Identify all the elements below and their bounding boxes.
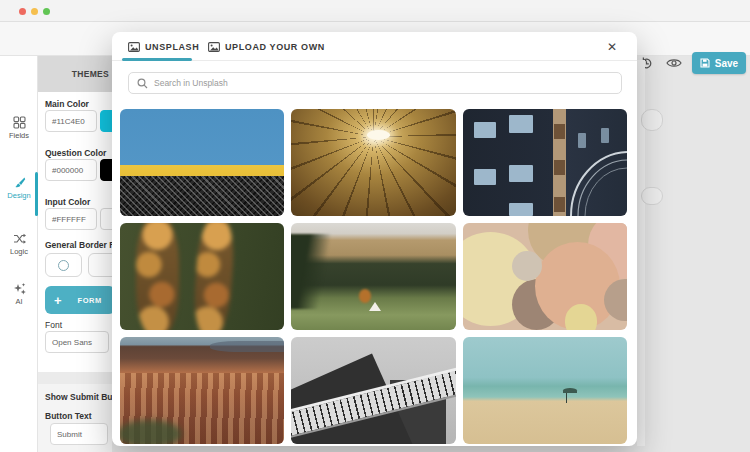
font-label: Font bbox=[45, 320, 62, 330]
sidebar-item-fields[interactable]: Fields bbox=[0, 116, 38, 140]
tab-label: UPLOAD YOUR OWN bbox=[225, 42, 325, 52]
input-color-label: Input Color bbox=[45, 197, 90, 207]
window-minimize-button[interactable] bbox=[31, 8, 38, 15]
sidebar-item-label: Fields bbox=[0, 131, 38, 140]
paintbrush-icon bbox=[0, 176, 38, 189]
sidebar-item-ai[interactable]: AI bbox=[0, 282, 38, 306]
unsplash-photo-1[interactable] bbox=[120, 109, 284, 216]
submit-button-section: Show Submit Button Button Text Submit bbox=[38, 384, 112, 452]
shuffle-icon bbox=[0, 232, 38, 245]
button-text-label: Button Text bbox=[45, 411, 92, 421]
image-icon bbox=[128, 42, 140, 52]
background-form-element bbox=[641, 109, 663, 131]
unsplash-photo-4[interactable] bbox=[120, 223, 284, 330]
builder-sidebar: Fields Design Logic bbox=[0, 56, 38, 452]
themes-tab[interactable]: THEMES bbox=[72, 69, 109, 79]
search-input[interactable] bbox=[154, 78, 621, 88]
question-color-label: Question Color bbox=[45, 148, 106, 158]
tab-upload-your-own[interactable]: UPLOAD YOUR OWN bbox=[208, 32, 325, 61]
circle-icon bbox=[58, 260, 69, 271]
modal-close-button[interactable]: ✕ bbox=[604, 39, 620, 55]
unsplash-search bbox=[128, 72, 622, 94]
input-color-swatch[interactable] bbox=[100, 208, 112, 230]
app-root: My Forms›Tattoo Consent Form bbox=[0, 0, 750, 452]
sidebar-item-label: AI bbox=[0, 297, 38, 306]
active-tab-indicator bbox=[122, 58, 192, 61]
upload-image-icon bbox=[208, 42, 220, 52]
main-color-swatch[interactable] bbox=[100, 110, 112, 132]
preview-form-button[interactable] bbox=[664, 53, 684, 73]
image-picker-modal: UNSPLASH UPLOAD YOUR OWN ✕ bbox=[112, 32, 637, 446]
sparkles-icon bbox=[0, 282, 38, 295]
fields-grid-icon bbox=[0, 116, 38, 129]
unsplash-photo-7[interactable] bbox=[120, 337, 284, 444]
floppy-disk-icon bbox=[700, 58, 710, 68]
window-zoom-button[interactable] bbox=[43, 8, 50, 15]
unsplash-photo-grid bbox=[120, 109, 627, 444]
sidebar-item-label: Logic bbox=[0, 247, 38, 256]
sidebar-item-label: Design bbox=[0, 191, 38, 200]
modal-tab-bar: UNSPLASH UPLOAD YOUR OWN bbox=[112, 32, 637, 61]
close-icon: ✕ bbox=[607, 40, 617, 54]
unsplash-photo-8[interactable] bbox=[291, 337, 455, 444]
show-submit-label: Show Submit Button bbox=[45, 392, 112, 402]
window-titlebar bbox=[0, 0, 750, 22]
form-button-label: FORM bbox=[78, 296, 102, 305]
font-select[interactable]: Open Sans bbox=[45, 331, 109, 353]
main-color-label: Main Color bbox=[45, 99, 89, 109]
unsplash-photo-5[interactable] bbox=[291, 223, 455, 330]
sidebar-item-logic[interactable]: Logic bbox=[0, 232, 38, 256]
main-color-input[interactable]: #11C4E0 bbox=[45, 110, 97, 132]
sidebar-item-design[interactable]: Design bbox=[0, 176, 38, 200]
unsplash-photo-6[interactable] bbox=[463, 223, 627, 330]
save-button-label: Save bbox=[715, 58, 738, 69]
unsplash-photo-3[interactable] bbox=[463, 109, 627, 216]
input-color-input[interactable]: #FFFFFF bbox=[45, 208, 97, 230]
save-button[interactable]: Save bbox=[692, 52, 746, 74]
border-radius-square-option[interactable] bbox=[88, 253, 112, 277]
question-color-input[interactable]: #000000 bbox=[45, 159, 97, 181]
border-radius-label: General Border Radius bbox=[45, 240, 112, 250]
tab-unsplash[interactable]: UNSPLASH bbox=[128, 32, 199, 61]
button-text-input[interactable]: Submit bbox=[50, 423, 108, 445]
design-panel-header: THEMES bbox=[38, 56, 112, 92]
border-radius-round-option[interactable] bbox=[45, 253, 82, 277]
eye-icon bbox=[666, 57, 682, 69]
search-icon bbox=[137, 78, 148, 89]
form-image-button[interactable]: + FORM bbox=[45, 286, 112, 314]
plus-icon: + bbox=[54, 293, 62, 308]
unsplash-photo-9[interactable] bbox=[463, 337, 627, 444]
unsplash-photo-2[interactable] bbox=[291, 109, 455, 216]
background-form-element bbox=[641, 187, 663, 205]
design-panel: THEMES Main Color #11C4E0 Question Color… bbox=[38, 56, 112, 452]
question-color-swatch[interactable] bbox=[100, 159, 112, 181]
tab-label: UNSPLASH bbox=[145, 42, 199, 52]
panel-divider bbox=[38, 372, 112, 384]
window-close-button[interactable] bbox=[19, 8, 26, 15]
